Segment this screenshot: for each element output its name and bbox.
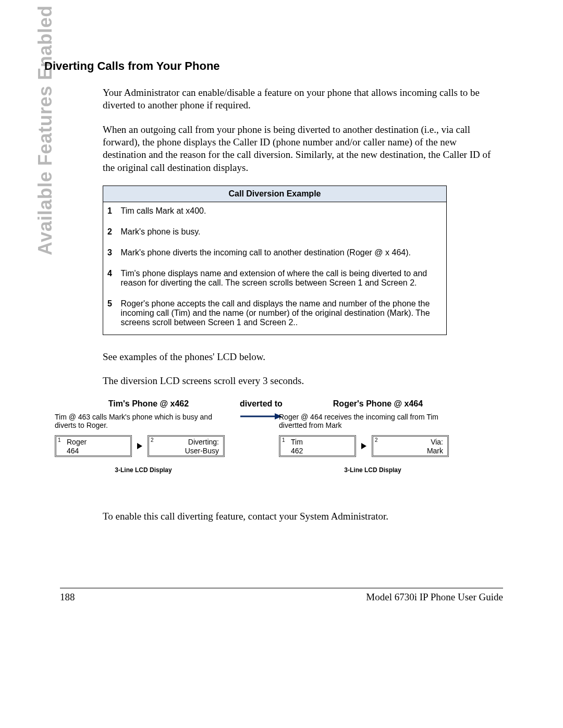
row-num: 4 <box>103 265 117 295</box>
row-text: Mark's phone is busy. <box>117 223 447 244</box>
lcd-line: Diverting: <box>151 438 219 447</box>
page-number: 188 <box>60 591 75 603</box>
arrow-right-icon <box>240 413 282 420</box>
page-content: Diverting Calls from Your Phone Your Adm… <box>44 59 503 534</box>
lcd-line: Mark <box>375 447 443 455</box>
table-header: Call Diversion Example <box>103 186 447 202</box>
screen-number: 1 <box>282 437 285 443</box>
roger-phone-title: Roger's Phone @ x464 <box>289 399 467 409</box>
tim-phone-column: Tim's Phone @ x462 Tim @ 463 calls Mark'… <box>55 399 232 474</box>
tim-screen-2: 2 Diverting: User-Busy <box>148 435 225 457</box>
row-num: 1 <box>103 202 117 223</box>
row-text: Roger's phone accepts the call and displ… <box>117 295 447 335</box>
table-row: 3 Mark's phone diverts the incoming call… <box>103 244 447 265</box>
lcd-line: 464 <box>67 447 128 455</box>
page-footer: 188 Model 6730i IP Phone User Guide <box>60 588 503 603</box>
lcd-line: Roger <box>67 438 128 447</box>
lcd-caption: 3-Line LCD Display <box>279 466 467 474</box>
table-row: 2 Mark's phone is busy. <box>103 223 447 244</box>
paragraph-scroll-note: The diversion LCD screens scroll every 3… <box>103 375 499 387</box>
tim-screen-1: 1 Roger 464 <box>55 435 132 457</box>
paragraph-detail: When an outgoing call from your phone is… <box>103 124 499 174</box>
roger-screen-2: 2 Via: Mark <box>372 435 449 457</box>
row-text: Mark's phone diverts the incoming call t… <box>117 244 447 265</box>
paragraph-intro: Your Administrator can enable/disable a … <box>103 87 499 112</box>
paragraph-enable-note: To enable this call diverting feature, c… <box>103 510 499 523</box>
row-num: 3 <box>103 244 117 265</box>
roger-phone-desc: Roger @ 464 receives the incoming call f… <box>279 413 467 430</box>
screen-number: 2 <box>151 437 154 443</box>
roger-screen-1: 1 Tim 462 <box>279 435 356 457</box>
table-row: 5 Roger's phone accepts the call and dis… <box>103 295 447 335</box>
table-row: 1 Tim calls Mark at x400. <box>103 202 447 223</box>
screen-number: 1 <box>58 437 61 443</box>
lcd-caption: 3-Line LCD Display <box>55 466 232 474</box>
lcd-diagram: Tim's Phone @ x462 Tim @ 463 calls Mark'… <box>55 399 508 485</box>
row-num: 2 <box>103 223 117 244</box>
triangle-icon <box>137 443 142 449</box>
lcd-line: Via: <box>375 438 443 447</box>
tim-phone-desc: Tim @ 463 calls Mark's phone which is bu… <box>55 413 232 430</box>
lcd-line: User-Busy <box>151 447 219 455</box>
lcd-line: 462 <box>291 447 352 455</box>
section-heading: Diverting Calls from Your Phone <box>44 59 503 73</box>
triangle-icon <box>361 443 366 449</box>
guide-title: Model 6730i IP Phone User Guide <box>366 591 503 603</box>
row-text: Tim's phone displays name and extension … <box>117 265 447 295</box>
tim-phone-title: Tim's Phone @ x462 <box>65 399 232 409</box>
screen-number: 2 <box>375 437 378 443</box>
call-diversion-example-table: Call Diversion Example 1 Tim calls Mark … <box>103 186 447 335</box>
paragraph-see-examples: See examples of the phones' LCD below. <box>103 351 499 363</box>
roger-phone-column: Roger's Phone @ x464 Roger @ 464 receive… <box>279 399 467 474</box>
table-row: 4 Tim's phone displays name and extensio… <box>103 265 447 295</box>
row-num: 5 <box>103 295 117 335</box>
row-text: Tim calls Mark at x400. <box>117 202 447 223</box>
lcd-line: Tim <box>291 438 352 447</box>
